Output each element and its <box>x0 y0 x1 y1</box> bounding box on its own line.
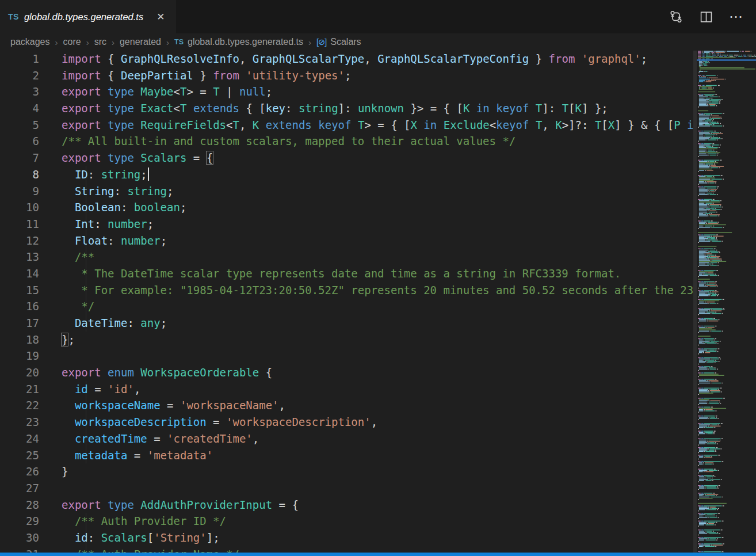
indent-guide <box>86 447 86 464</box>
line-number-29[interactable]: 29 <box>0 513 39 530</box>
token-kw2: in <box>687 119 693 131</box>
token-punb: } <box>62 333 68 346</box>
code-line-26[interactable]: } <box>62 463 693 480</box>
code-line-27[interactable] <box>62 480 693 497</box>
token-pun: } <box>529 52 548 65</box>
token-pun: ] } & { [ <box>614 119 674 131</box>
code-line-1[interactable]: import { GraphQLResolveInfo, GraphQLScal… <box>62 51 693 67</box>
code-line-12[interactable]: Float: number; <box>62 233 693 249</box>
indent-guide <box>86 530 86 546</box>
code-editor[interactable]: 1234567891011121314151617181920212223242… <box>0 51 693 556</box>
line-number-27[interactable]: 27 <box>0 480 39 497</box>
line-number-20[interactable]: 20 <box>0 364 39 381</box>
code-line-5[interactable]: export type RequireFields<T, K extends k… <box>62 117 693 134</box>
token-typ: T <box>213 85 219 98</box>
breadcrumb-separator: › <box>86 37 89 47</box>
code-line-16[interactable]: */ <box>62 298 693 315</box>
token-pun: ; <box>161 234 167 247</box>
line-number-7[interactable]: 7 <box>0 150 39 166</box>
line-number-14[interactable]: 14 <box>0 265 39 282</box>
line-number-4[interactable]: 4 <box>0 100 39 117</box>
token-typ: T <box>358 119 364 131</box>
breadcrumb-item-core[interactable]: core <box>63 37 81 47</box>
line-number-2[interactable]: 2 <box>0 67 39 84</box>
code-line-23[interactable]: workspaceDescription = 'workspaceDescrip… <box>62 414 693 431</box>
token-kw2: keyof <box>318 119 351 131</box>
code-line-10[interactable]: Boolean: boolean; <box>62 199 693 216</box>
line-number-1[interactable]: 1 <box>0 51 39 67</box>
token-typ: string <box>299 102 338 115</box>
line-number-15[interactable]: 15 <box>0 282 39 299</box>
token-pun <box>62 317 75 329</box>
code-line-25[interactable]: metadata = 'metadata' <box>62 447 693 464</box>
code-line-17[interactable]: DateTime: any; <box>62 315 693 332</box>
code-line-9[interactable]: String: string; <box>62 183 693 200</box>
code-line-6[interactable]: /** All built-in and custom scalars, map… <box>62 133 693 150</box>
code-line-4[interactable]: export type Exact<T extends { [key: stri… <box>62 100 693 117</box>
line-number-19[interactable]: 19 <box>0 348 39 364</box>
code-line-24[interactable]: createdTime = 'createdTime', <box>62 431 693 447</box>
open-changes-icon[interactable] <box>669 9 684 24</box>
line-number-8[interactable]: 8 <box>0 166 39 183</box>
token-typ: X <box>608 119 614 131</box>
code-line-3[interactable]: export type Maybe<T> = T | null; <box>62 83 693 100</box>
token-kw2: null <box>239 85 266 98</box>
code-line-30[interactable]: id: Scalars['String']; <box>62 530 693 546</box>
token-str: 'id' <box>108 383 134 395</box>
minimap[interactable] <box>697 51 756 556</box>
token-pun <box>134 366 140 379</box>
line-number-22[interactable]: 22 <box>0 397 39 414</box>
code-line-8[interactable]: ID: string; <box>62 166 693 183</box>
code-line-7[interactable]: export type Scalars = { <box>62 150 693 166</box>
code-line-22[interactable]: workspaceName = 'workspaceName', <box>62 397 693 414</box>
token-typ: string <box>101 168 141 181</box>
line-number-11[interactable]: 11 <box>0 216 39 233</box>
breadcrumb-item-packages[interactable]: packages <box>10 37 50 47</box>
code-line-13[interactable]: /** <box>62 249 693 265</box>
line-number-16[interactable]: 16 <box>0 298 39 315</box>
code-line-15[interactable]: * For example: "1985-04-12T23:20:50.52Z"… <box>62 282 693 299</box>
token-pun <box>62 201 75 214</box>
breadcrumb-item-global-db-types-generated-ts[interactable]: TSglobal.db.types.generated.ts <box>174 37 303 47</box>
line-number-3[interactable]: 3 <box>0 83 39 100</box>
code-line-19[interactable] <box>62 348 693 364</box>
token-kw1: export <box>62 102 101 115</box>
code-line-21[interactable]: id = 'id', <box>62 381 693 398</box>
token-pun <box>62 449 75 462</box>
line-number-10[interactable]: 10 <box>0 199 39 216</box>
line-number-5[interactable]: 5 <box>0 117 39 134</box>
code-line-18[interactable]: }; <box>62 332 693 348</box>
split-editor-icon[interactable] <box>698 9 713 24</box>
tab-global-db-types-generated[interactable]: TS global.db.types.generated.ts ✕ <box>0 0 176 33</box>
line-number-24[interactable]: 24 <box>0 431 39 447</box>
code-line-20[interactable]: export enum WorkspaceOrderable { <box>62 364 693 381</box>
line-number-25[interactable]: 25 <box>0 447 39 464</box>
code-line-14[interactable]: * The DateTime scalar type represents da… <box>62 265 693 282</box>
breadcrumb-item-generated[interactable]: generated <box>120 37 161 47</box>
breadcrumb-item-scalars[interactable]: [⊘]Scalars <box>316 37 361 47</box>
line-number-26[interactable]: 26 <box>0 463 39 480</box>
code-line-2[interactable]: import { DeepPartial } from 'utility-typ… <box>62 67 693 84</box>
close-tab-icon[interactable]: ✕ <box>154 10 167 24</box>
editor-code-area[interactable]: import { GraphQLResolveInfo, GraphQLScal… <box>39 51 693 556</box>
breadcrumb-item-src[interactable]: src <box>94 37 106 47</box>
code-line-11[interactable]: Int: number; <box>62 216 693 233</box>
more-actions-icon[interactable]: ⋯ <box>728 9 743 24</box>
breadcrumb-label: Scalars <box>330 37 361 47</box>
code-line-28[interactable]: export type AddAuthProviderInput = { <box>62 497 693 513</box>
line-number-12[interactable]: 12 <box>0 233 39 249</box>
line-number-30[interactable]: 30 <box>0 530 39 546</box>
token-pun: : <box>88 168 101 181</box>
line-number-18[interactable]: 18 <box>0 332 39 348</box>
code-line-29[interactable]: /** Auth Provider ID */ <box>62 513 693 530</box>
line-number-13[interactable]: 13 <box>0 249 39 265</box>
line-number-6[interactable]: 6 <box>0 133 39 150</box>
line-number-23[interactable]: 23 <box>0 414 39 431</box>
token-pun: ]: <box>338 102 358 115</box>
token-prop: DeepPartial <box>121 69 193 82</box>
line-number-28[interactable]: 28 <box>0 497 39 513</box>
line-number-21[interactable]: 21 <box>0 381 39 398</box>
line-number-9[interactable]: 9 <box>0 183 39 200</box>
line-number-17[interactable]: 17 <box>0 315 39 332</box>
token-pun: < <box>174 102 180 115</box>
